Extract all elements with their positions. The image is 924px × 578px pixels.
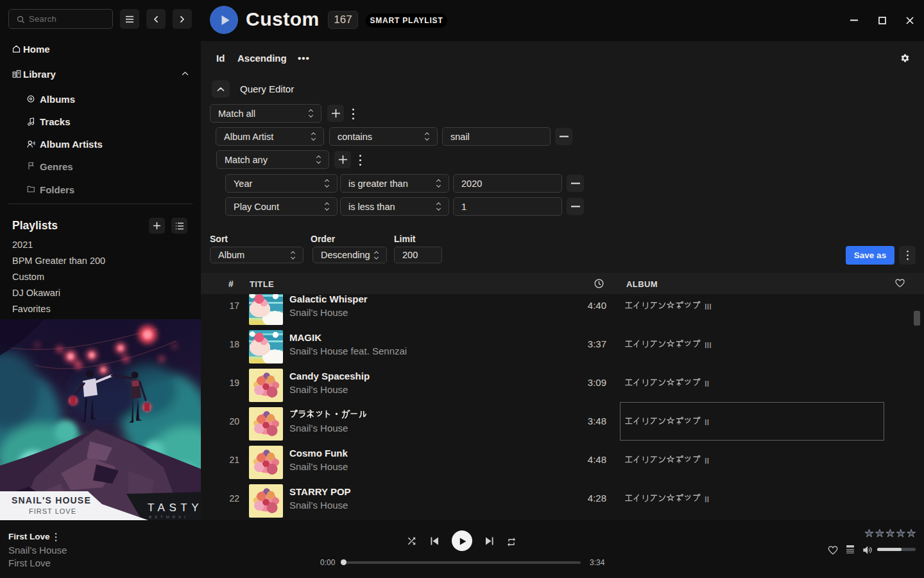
svg-text:III: III (705, 302, 712, 311)
svg-text:TASTY: TASTY (148, 502, 201, 514)
svg-text:III: III (705, 340, 712, 350)
svg-text:II: II (705, 379, 709, 389)
svg-text:II: II (705, 456, 709, 466)
svg-text:FIRST LOVE: FIRST LOVE (29, 507, 76, 515)
svg-text:SNAIL'S HOUSE: SNAIL'S HOUSE (12, 495, 91, 505)
svg-text:II: II (705, 495, 709, 504)
svg-text:BSTMRXI: BSTMRXI (149, 515, 189, 519)
